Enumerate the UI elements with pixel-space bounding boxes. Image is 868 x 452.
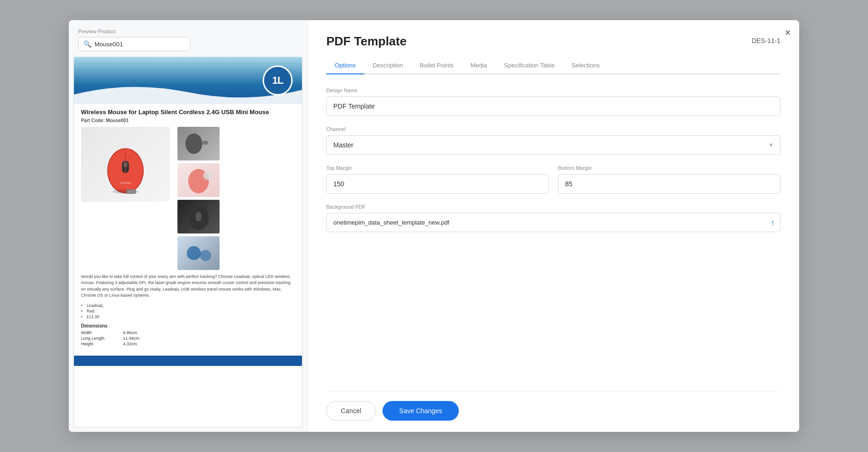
product-images-row: Leadsail <box>81 127 295 270</box>
preview-label: Preview Product <box>78 29 298 34</box>
dimension-row: Long Length 11.94cm <box>81 336 295 341</box>
main-product-image: Leadsail <box>81 127 170 202</box>
dim-value-width: 6.86cm <box>123 330 137 335</box>
top-margin-input[interactable] <box>326 174 549 194</box>
save-changes-button[interactable]: Save Changes <box>383 401 459 421</box>
tab-options[interactable]: Options <box>326 57 364 74</box>
dim-label-length: Long Length <box>81 336 114 341</box>
design-name-group: Design Name <box>326 87 780 116</box>
channel-select-wrapper: Master Amazon eBay Shopify ▼ <box>326 135 780 155</box>
panel-id: DES-11-1 <box>752 37 780 44</box>
preview-content: 1L Wireless Mouse for Laptop Silent Cord… <box>74 57 302 427</box>
close-button[interactable]: × <box>785 27 791 39</box>
product-description: Would you like to take full control of y… <box>81 274 295 299</box>
bullet-item: £11.95 <box>81 314 295 320</box>
upload-button[interactable]: ↑ <box>771 218 775 227</box>
svg-point-12 <box>203 171 213 180</box>
search-icon: 🔍 <box>83 40 91 48</box>
form-section: Design Name Channel Master Amazon eBay S… <box>326 87 780 391</box>
dimension-row: Height 4.32cm <box>81 342 295 346</box>
product-title: Wireless Mouse for Laptop Silent Cordles… <box>81 109 295 117</box>
panel-header: PDF Template DES-11-1 <box>326 34 780 49</box>
mouse-illustration: Leadsail <box>97 134 154 195</box>
side-image-2 <box>177 163 220 197</box>
top-margin-label: Top Margin <box>326 165 549 171</box>
side-image-1 <box>177 127 220 160</box>
dim-value-length: 11.94cm <box>123 336 140 341</box>
background-pdf-input[interactable] <box>326 213 780 232</box>
product-body: Wireless Mouse for Laptop Silent Cordles… <box>74 104 302 352</box>
tab-bullet-points[interactable]: Bullet Points <box>412 57 462 74</box>
preview-search-area: Preview Product 🔍 <box>69 20 307 57</box>
pdf-input-wrapper: ↑ <box>326 213 780 232</box>
left-panel: Preview Product 🔍 1L <box>69 20 308 432</box>
svg-rect-14 <box>196 212 201 221</box>
dim-value-height: 4.32cm <box>123 342 137 346</box>
bullet-item: LeadsaiL <box>81 303 295 308</box>
tab-description[interactable]: Description <box>364 57 412 74</box>
dim-label-height: Height <box>81 342 114 346</box>
svg-rect-10 <box>202 141 208 145</box>
product-footer <box>74 356 302 366</box>
svg-text:Leadsail: Leadsail <box>120 181 132 184</box>
side-images-column <box>177 127 220 270</box>
tab-specification-table[interactable]: Specification Table <box>496 57 563 74</box>
form-footer: Cancel Save Changes <box>326 391 780 421</box>
product-header: 1L <box>74 57 302 104</box>
margin-row: Top Margin Bottom Margin <box>326 165 780 204</box>
product-card: 1L Wireless Mouse for Laptop Silent Cord… <box>74 57 302 366</box>
modal-container: × Preview Product 🔍 <box>69 20 799 432</box>
modal-overlay: × Preview Product 🔍 <box>0 0 868 452</box>
part-code-label: Part Code: <box>81 118 105 123</box>
background-pdf-group: Background PDF ↑ <box>326 204 780 232</box>
part-code: Part Code: Mouse001 <box>81 118 295 123</box>
bullet-list: LeadsaiL Red £11.95 <box>81 303 295 320</box>
top-margin-group: Top Margin <box>326 165 549 194</box>
svg-point-16 <box>200 250 211 261</box>
bullet-item: Red <box>81 308 295 314</box>
side-image-4 <box>177 236 220 270</box>
bottom-margin-group: Bottom Margin <box>558 165 780 194</box>
search-box: 🔍 <box>78 37 191 51</box>
channel-group: Channel Master Amazon eBay Shopify ▼ <box>326 126 780 155</box>
svg-point-9 <box>185 133 202 154</box>
dimension-row: Width 6.86cm <box>81 330 295 335</box>
dimensions-section: Dimensions Width 6.86cm Long Length 11.9… <box>81 323 295 346</box>
channel-label: Channel <box>326 126 780 132</box>
tab-selections[interactable]: Selections <box>563 57 608 74</box>
channel-select[interactable]: Master Amazon eBay Shopify <box>326 135 780 155</box>
dimensions-title: Dimensions <box>81 323 295 328</box>
panel-title: PDF Template <box>326 34 406 49</box>
cancel-button[interactable]: Cancel <box>326 401 376 421</box>
logo-text: 1L <box>272 74 283 87</box>
right-panel: PDF Template DES-11-1 Options Descriptio… <box>308 20 799 432</box>
side-image-3 <box>177 200 220 233</box>
svg-point-15 <box>187 246 201 260</box>
part-code-value: Mouse001 <box>106 118 128 123</box>
tab-media[interactable]: Media <box>462 57 495 74</box>
design-name-label: Design Name <box>326 87 780 93</box>
bottom-margin-label: Bottom Margin <box>558 165 780 171</box>
tabs-bar: Options Description Bullet Points Media … <box>326 57 780 74</box>
background-pdf-label: Background PDF <box>326 204 780 210</box>
design-name-input[interactable] <box>326 96 780 116</box>
logo-circle: 1L <box>263 66 293 95</box>
bottom-margin-input[interactable] <box>558 174 780 194</box>
search-input[interactable] <box>95 41 185 48</box>
svg-point-8 <box>112 190 139 194</box>
dim-label-width: Width <box>81 330 114 335</box>
